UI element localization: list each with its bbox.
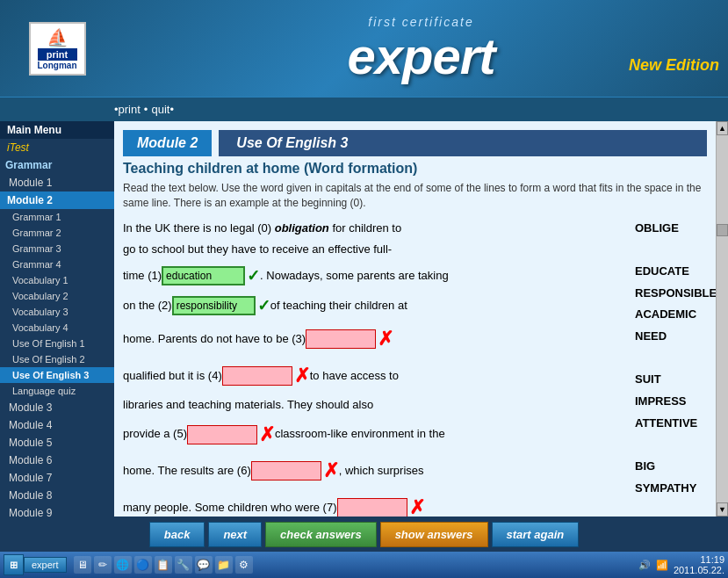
exercise-block: In the UK there is no legal (0) obligati…	[123, 218, 707, 517]
sidebar-item-grammar3[interactable]: Grammar 3	[0, 241, 114, 256]
text-seg-8: qualified but it is (4)	[123, 365, 222, 387]
sidebar-item-uoe2[interactable]: Use Of English 2	[0, 351, 114, 367]
text-seg-5: on the (2)	[123, 295, 172, 317]
hint-suit: SUIT	[635, 369, 707, 391]
module-title-label: Use Of English 3	[219, 130, 707, 156]
sidebar-item-vocab4[interactable]: Vocabulary 4	[0, 320, 114, 336]
exercise-line-2: time (1) ✓ . Nowadays, some parents are …	[123, 261, 628, 291]
app-header: ⛵ print Longman first certificate expert…	[0, 0, 728, 97]
content-wrapper: Module 2 Use Of English 3 Teaching child…	[114, 121, 728, 517]
exercise-line-7: provide a (5) ✗ classroom-like environme…	[123, 416, 628, 453]
sidebar-item-grammar4[interactable]: Grammar 4	[0, 256, 114, 272]
sidebar-item-itest[interactable]: iTest	[0, 139, 114, 156]
logo-box: ⛵ print Longman	[29, 22, 86, 76]
sidebar-item-module8[interactable]: Module 8	[0, 487, 114, 504]
new-edition-label: New Edition	[629, 56, 719, 75]
answer-input-1[interactable]	[162, 266, 245, 285]
answer-input-3[interactable]	[306, 329, 376, 349]
exercise-text-block: In the UK there is no legal (0) obligati…	[123, 218, 628, 517]
taskbar-icon-1[interactable]: 🖥	[74, 556, 91, 574]
sidebar-item-module5[interactable]: Module 5	[0, 434, 114, 452]
check-mark-1: ✓	[247, 261, 260, 291]
bottom-bar: back next check answers show answers sta…	[0, 517, 728, 552]
taskbar-icon-4[interactable]: 🔵	[134, 556, 152, 574]
sidebar-item-main-menu[interactable]: Main Menu	[0, 121, 114, 139]
sidebar-item-vocab3[interactable]: Vocabulary 3	[0, 304, 114, 320]
taskbar-icon-8[interactable]: 📁	[215, 556, 233, 574]
check-answers-button[interactable]: check answers	[265, 522, 377, 547]
sidebar-item-grammar1[interactable]: Grammar 1	[0, 209, 114, 225]
instructions: Read the text below. Use the word given …	[123, 181, 707, 211]
text-seg-3: time (1)	[123, 265, 162, 287]
taskbar-icon-6[interactable]: 🔧	[175, 556, 192, 574]
text-seg-9: to have access to	[310, 365, 399, 387]
taskbar: ⊞ expert 🖥 ✏ 🌐 🔵 📋 🔧 💬 📁 ⚙ 🔊 📶 11:19 201…	[0, 552, 728, 578]
text-seg-7: home. Parents do not have to be (3)	[123, 329, 306, 350]
sidebar-item-module3[interactable]: Module 3	[0, 399, 114, 416]
start-again-button[interactable]: start again	[492, 522, 580, 547]
answer-input-5[interactable]	[187, 425, 257, 444]
hint-educate: EDUCATE	[635, 261, 707, 283]
sidebar-item-module7[interactable]: Module 7	[0, 469, 114, 487]
sidebar-item-grammar[interactable]: Grammar	[0, 156, 114, 174]
text-seg-15: many people. Some children who were (7)	[123, 497, 337, 517]
taskbar-icon-7[interactable]: 💬	[195, 556, 213, 574]
exercise-line-5: qualified but it is (4) ✗ to have access…	[123, 358, 628, 394]
scrollbar: ▲ ▼	[716, 121, 728, 517]
scroll-down-button[interactable]: ▼	[717, 502, 728, 517]
scroll-up-button[interactable]: ▲	[717, 121, 728, 135]
answer-input-6[interactable]	[251, 461, 321, 480]
sidebar-item-module4[interactable]: Module 4	[0, 416, 114, 434]
answer-input-2[interactable]	[172, 296, 256, 315]
time-display: 11:19	[674, 554, 724, 565]
x-mark-7: ✗	[409, 489, 425, 517]
scroll-thumb[interactable]	[717, 224, 728, 236]
hint-oblige: OBLIGE	[635, 218, 707, 240]
sidebar-item-module6[interactable]: Module 6	[0, 452, 114, 469]
back-button[interactable]: back	[149, 522, 205, 547]
hint-sympathy: SYMPATHY	[635, 478, 707, 500]
header-title: expert	[347, 31, 494, 82]
taskbar-network-icon: 📶	[656, 560, 668, 571]
exercise-line-9: many people. Some children who were (7) …	[123, 489, 628, 517]
hint-responsible: RESPONSIBLE	[635, 283, 707, 305]
hint-big: BIG	[635, 456, 707, 478]
text-seg-4: . Nowadays, some parents are taking	[260, 265, 449, 287]
hint-attentive: ATTENTIVE	[635, 413, 707, 435]
x-mark-3: ✗	[378, 321, 393, 358]
header-center: first certificate expert New Edition	[114, 15, 728, 82]
quit-link[interactable]: quit	[151, 103, 169, 116]
sidebar-item-grammar2[interactable]: Grammar 2	[0, 225, 114, 241]
exercise-area: In the UK there is no legal (0) obligati…	[123, 218, 707, 517]
taskbar-icon-9[interactable]: ⚙	[235, 556, 253, 574]
next-button[interactable]: next	[208, 522, 262, 547]
nav-separator-2: •	[144, 103, 148, 116]
hint-academic: ACADEMIC	[635, 304, 707, 326]
hint-spacer0	[635, 239, 707, 261]
sidebar-item-vocab2[interactable]: Vocabulary 2	[0, 288, 114, 304]
sidebar-item-module9[interactable]: Module 9	[0, 504, 114, 517]
answer-input-7[interactable]	[337, 498, 407, 517]
text-seg-10: libraries and teaching materials. They s…	[123, 394, 373, 416]
sidebar-item-vocab1[interactable]: Vocabulary 1	[0, 272, 114, 288]
hints-column: OBLIGE EDUCATE RESPONSIBLE ACADEMIC NEED…	[628, 218, 707, 500]
sidebar-item-uoe1[interactable]: Use Of English 1	[0, 336, 114, 351]
taskbar-window[interactable]: expert	[24, 557, 67, 573]
logo-area: ⛵ print Longman	[0, 22, 114, 76]
show-answers-button[interactable]: show answers	[380, 522, 488, 547]
exercise-line-8: home. The results are (6) ✗ , which surp…	[123, 452, 628, 489]
answer-input-4[interactable]	[222, 366, 292, 386]
sidebar-item-module1[interactable]: Module 1	[0, 174, 114, 191]
x-mark-5: ✗	[259, 416, 275, 453]
taskbar-icon-3[interactable]: 🌐	[114, 556, 132, 574]
start-button[interactable]: ⊞	[4, 554, 24, 575]
sidebar-item-language-quiz[interactable]: Language quiz	[0, 383, 114, 399]
pearson-label: print	[38, 48, 77, 61]
content-area: Module 2 Use Of English 3 Teaching child…	[114, 121, 716, 517]
taskbar-icon-5[interactable]: 📋	[155, 556, 172, 574]
print-link[interactable]: print	[119, 103, 141, 116]
sidebar-item-module2[interactable]: Module 2	[0, 191, 114, 209]
exercise-line-4: home. Parents do not have to be (3) ✗	[123, 321, 628, 358]
sidebar-item-uoe3[interactable]: Use Of English 3	[0, 367, 114, 383]
taskbar-icon-2[interactable]: ✏	[94, 556, 112, 574]
